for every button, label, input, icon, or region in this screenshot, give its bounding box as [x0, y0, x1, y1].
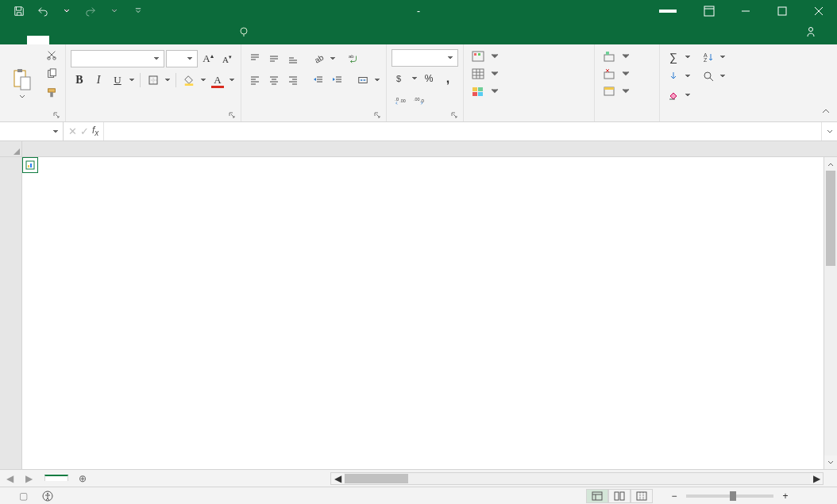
find-select-button[interactable] [700, 67, 717, 85]
scroll-up-button[interactable] [824, 157, 837, 171]
enter-formula-icon[interactable]: ✓ [80, 125, 89, 137]
tab-insert[interactable] [49, 36, 71, 44]
sheet-nav-next[interactable]: ▶ [19, 470, 38, 487]
cut-button[interactable] [43, 46, 60, 63]
sort-filter-button[interactable]: AZ [700, 48, 717, 66]
bold-button[interactable]: B [71, 71, 88, 89]
orientation-dropdown[interactable] [329, 56, 337, 62]
autosum-dropdown[interactable] [684, 54, 692, 60]
insert-cells-button[interactable] [600, 48, 654, 65]
tab-home[interactable] [27, 36, 49, 44]
align-bottom-button[interactable] [284, 50, 302, 67]
page-break-view-button[interactable] [631, 489, 653, 503]
redo-dropdown[interactable] [103, 2, 125, 21]
tab-data[interactable] [116, 36, 138, 44]
fill-dropdown[interactable] [684, 73, 692, 79]
zoom-in-button[interactable]: + [778, 491, 793, 502]
zoom-slider[interactable] [686, 494, 773, 498]
decrease-font-button[interactable]: A▾ [218, 50, 236, 67]
accounting-dropdown[interactable] [411, 75, 418, 82]
tab-page-layout[interactable] [71, 36, 94, 44]
format-painter-button[interactable] [43, 84, 60, 102]
macro-record-icon[interactable]: ▢ [19, 491, 28, 502]
comma-button[interactable]: , [439, 70, 457, 87]
conditional-formatting-button[interactable] [469, 48, 589, 65]
sign-in-button[interactable] [659, 10, 677, 13]
hscroll-thumb[interactable] [345, 474, 408, 483]
number-dialog-launcher[interactable] [449, 110, 460, 121]
collapse-ribbon-button[interactable] [821, 106, 831, 118]
horizontal-scrollbar[interactable]: ◀ ▶ [330, 472, 824, 485]
underline-dropdown[interactable] [128, 77, 136, 83]
fill-color-dropdown[interactable] [199, 77, 207, 83]
underline-button[interactable]: U [109, 71, 126, 89]
increase-indent-button[interactable] [329, 71, 346, 89]
minimize-button[interactable] [727, 0, 764, 22]
tab-developer[interactable] [183, 36, 205, 44]
align-middle-button[interactable] [265, 50, 283, 67]
scroll-thumb[interactable] [826, 171, 835, 266]
accounting-format-button[interactable]: $ [392, 70, 409, 87]
copy-button[interactable] [43, 65, 60, 83]
select-all-corner[interactable] [0, 141, 22, 156]
font-size-select[interactable] [166, 50, 198, 67]
align-center-button[interactable] [265, 71, 283, 89]
font-face-select[interactable] [71, 50, 164, 67]
add-sheet-button[interactable]: ⊕ [73, 473, 92, 484]
tab-review[interactable] [138, 36, 160, 44]
increase-font-button[interactable]: A▴ [199, 50, 217, 67]
tab-formulas[interactable] [94, 36, 116, 44]
align-right-button[interactable] [284, 71, 302, 89]
find-select-dropdown[interactable] [719, 73, 727, 79]
format-cells-button[interactable] [600, 83, 654, 100]
orientation-button[interactable]: ab [310, 50, 327, 67]
format-as-table-button[interactable] [469, 65, 589, 83]
clipboard-dialog-launcher[interactable] [51, 110, 62, 121]
number-format-select[interactable] [392, 49, 458, 67]
cell-styles-button[interactable] [469, 83, 589, 100]
name-box[interactable] [0, 122, 64, 140]
font-color-dropdown[interactable] [228, 77, 236, 83]
zoom-out-button[interactable]: − [667, 491, 681, 502]
cells-area[interactable] [22, 157, 837, 469]
decrease-indent-button[interactable] [310, 71, 327, 89]
qat-customize[interactable] [127, 2, 149, 21]
tab-file[interactable] [5, 36, 27, 44]
scroll-track[interactable] [824, 171, 837, 456]
ribbon-display-options[interactable] [691, 0, 727, 22]
redo-button[interactable] [79, 2, 102, 21]
tab-view[interactable] [160, 36, 183, 44]
scroll-left-button[interactable]: ◀ [331, 473, 344, 484]
borders-button[interactable] [145, 71, 162, 89]
formula-input[interactable] [104, 122, 821, 140]
merge-dropdown[interactable] [373, 77, 381, 83]
decrease-decimal-button[interactable]: .00.0 [411, 91, 428, 109]
accessibility-status[interactable] [42, 491, 56, 502]
autosum-button[interactable]: ∑ [665, 48, 682, 66]
align-top-button[interactable] [246, 50, 264, 67]
tab-help[interactable] [205, 36, 227, 44]
alignment-dialog-launcher[interactable] [372, 110, 383, 121]
expand-formula-bar[interactable] [821, 122, 837, 140]
italic-button[interactable]: I [90, 71, 107, 89]
percent-button[interactable]: % [420, 70, 438, 87]
normal-view-button[interactable] [586, 489, 608, 503]
vertical-scrollbar[interactable] [824, 157, 837, 469]
sort-filter-dropdown[interactable] [719, 54, 727, 60]
clear-dropdown[interactable] [684, 92, 692, 98]
fill-button[interactable] [665, 67, 682, 85]
clear-button[interactable] [665, 87, 682, 104]
merge-center-button[interactable] [354, 71, 372, 89]
sheet-tab-active[interactable] [44, 475, 68, 481]
borders-dropdown[interactable] [164, 77, 172, 83]
save-button[interactable] [8, 2, 30, 21]
zoom-slider-knob[interactable] [730, 491, 736, 501]
undo-dropdown[interactable] [56, 2, 78, 21]
delete-cells-button[interactable] [600, 65, 654, 83]
share-button[interactable] [789, 26, 837, 44]
increase-decimal-button[interactable]: .0.00 [392, 91, 409, 109]
scroll-down-button[interactable] [824, 456, 837, 469]
undo-button[interactable] [32, 2, 54, 21]
paste-button[interactable] [5, 46, 40, 120]
fill-color-button[interactable] [180, 71, 198, 89]
